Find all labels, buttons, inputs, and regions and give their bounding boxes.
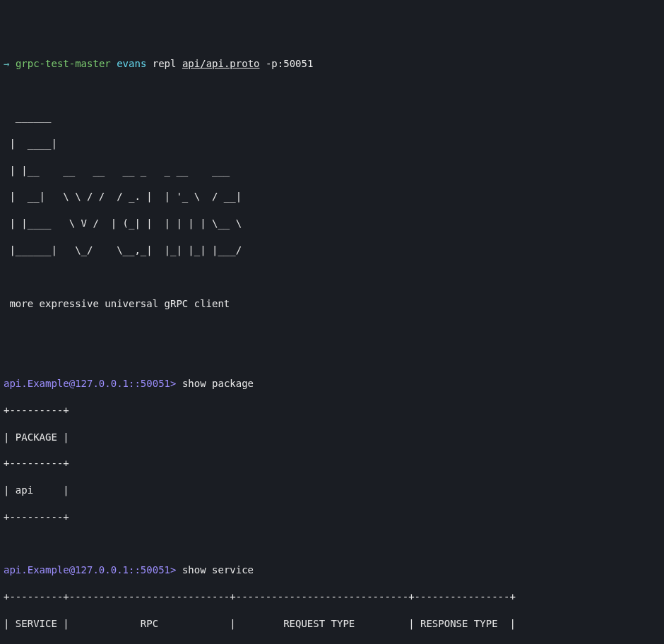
package-table-border: +---------+ bbox=[4, 511, 660, 524]
blank-line bbox=[4, 350, 660, 364]
repl-prompt: api.Example@127.0.0.1::50051> bbox=[4, 378, 176, 389]
evans-ascii-banner bbox=[4, 270, 660, 284]
evans-ascii-banner: | |__ __ __ __ _ _ __ ___ bbox=[4, 164, 660, 177]
repl-line-show-service[interactable]: api.Example@127.0.0.1::50051> show servi… bbox=[4, 564, 660, 577]
repl-line-show-package[interactable]: api.Example@127.0.0.1::50051> show packa… bbox=[4, 377, 660, 390]
evans-ascii-banner: |______| \_/ \__,_| |_| |_| |___/ bbox=[4, 244, 660, 257]
evans-tagline: more expressive universal gRPC client bbox=[4, 297, 660, 311]
banner-line bbox=[4, 83, 660, 97]
repl-command: show service bbox=[182, 564, 254, 576]
evans-ascii-banner: | __| \ \ / / / _. | | '_ \ / __| bbox=[4, 190, 660, 203]
evans-ascii-banner: | |____ \ V / | (_| | | | | | \__ \ bbox=[4, 217, 660, 230]
package-table-border: +---------+ bbox=[4, 457, 660, 470]
shell-cwd: grpc-test-master bbox=[16, 58, 111, 69]
blank-line bbox=[4, 323, 660, 337]
package-table-border: +---------+ bbox=[4, 404, 660, 417]
package-table-header: | PACKAGE | bbox=[4, 431, 660, 444]
evans-ascii-banner: | ____| bbox=[4, 137, 660, 150]
service-table-border: +---------+---------------------------+-… bbox=[4, 590, 660, 604]
shell-cmd: evans bbox=[117, 58, 146, 69]
shell-flags: -p:50051 bbox=[266, 58, 313, 69]
service-table-header: | SERVICE | RPC | REQUEST TYPE | RESPONS… bbox=[4, 617, 660, 631]
shell-proto-path: api/api.proto bbox=[182, 58, 260, 69]
repl-prompt: api.Example@127.0.0.1::50051> bbox=[4, 564, 176, 576]
package-table-row: | api | bbox=[4, 484, 660, 497]
evans-ascii-banner: ______ bbox=[4, 110, 660, 124]
shell-subcmd: repl bbox=[153, 58, 177, 69]
repl-command: show package bbox=[182, 378, 254, 389]
blank-line bbox=[4, 537, 660, 551]
shell-command-line: → grpc-test-master evans repl api/api.pr… bbox=[4, 57, 660, 71]
